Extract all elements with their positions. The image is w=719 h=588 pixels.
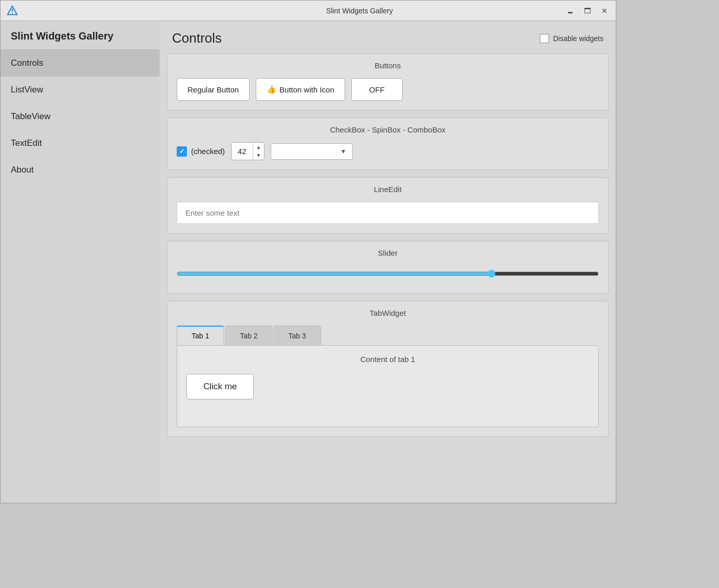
sidebar-title: Slint Widgets Gallery bbox=[1, 21, 160, 50]
disable-widgets-checkbox[interactable] bbox=[540, 34, 549, 43]
main-layout: Slint Widgets Gallery Controls ListView … bbox=[1, 21, 616, 503]
svg-point-2 bbox=[12, 12, 13, 13]
tab-button-1[interactable]: Tab 1 bbox=[177, 326, 224, 345]
sidebar-nav: Controls ListView TableView TextEdit Abo… bbox=[1, 50, 160, 183]
maximize-button[interactable]: 🗖 bbox=[582, 6, 593, 15]
slider-container bbox=[177, 265, 599, 284]
regular-button[interactable]: Regular Button bbox=[177, 78, 250, 101]
checkbox-spinbox-combobox-content: (checked) 42 ▲ ▼ ▼ bbox=[177, 142, 599, 160]
tabwidget-section-title: TabWidget bbox=[177, 309, 599, 317]
lineedit-input[interactable] bbox=[177, 202, 599, 224]
tab-widget: Tab 1 Tab 2 Tab 3 Content of tab 1 Click… bbox=[177, 326, 599, 427]
combobox[interactable]: ▼ bbox=[271, 143, 353, 160]
slider-input[interactable] bbox=[177, 270, 599, 278]
sidebar-item-about[interactable]: About bbox=[1, 157, 160, 183]
spinbox: 42 ▲ ▼ bbox=[231, 142, 265, 160]
combobox-arrow-icon: ▼ bbox=[340, 148, 347, 155]
click-me-button[interactable]: Click me bbox=[186, 374, 254, 400]
sidebar: Slint Widgets Gallery Controls ListView … bbox=[1, 21, 160, 503]
tab-button-3[interactable]: Tab 3 bbox=[274, 326, 321, 345]
spinbox-arrows: ▲ ▼ bbox=[253, 143, 264, 160]
toggle-button[interactable]: OFF bbox=[351, 78, 403, 101]
lineedit-section-title: LineEdit bbox=[177, 185, 599, 194]
checkbox[interactable] bbox=[177, 146, 187, 157]
titlebar-left bbox=[7, 5, 18, 16]
icon-button[interactable]: 👍 Button with Icon bbox=[256, 78, 345, 101]
tabwidget-section: TabWidget Tab 1 Tab 2 Tab 3 Content of t… bbox=[167, 301, 609, 437]
app-logo-icon bbox=[7, 5, 18, 16]
tab-header: Tab 1 Tab 2 Tab 3 bbox=[177, 326, 599, 345]
sidebar-item-tableview[interactable]: TableView bbox=[1, 103, 160, 130]
tab-content-title: Content of tab 1 bbox=[186, 355, 589, 364]
lineedit-section: LineEdit bbox=[167, 177, 609, 234]
checkbox-spinbox-combobox-section: CheckBox - SpinBox - ComboBox (checked) … bbox=[167, 118, 609, 170]
buttons-section-title: Buttons bbox=[177, 61, 599, 70]
page-title: Controls bbox=[172, 30, 222, 46]
checkbox-label: (checked) bbox=[191, 147, 225, 156]
slider-section: Slider bbox=[167, 241, 609, 294]
minimize-button[interactable]: 🗕 bbox=[564, 6, 576, 15]
titlebar-title: Slint Widgets Gallery bbox=[326, 7, 393, 15]
buttons-section: Buttons Regular Button 👍 Button with Ico… bbox=[167, 53, 609, 110]
sidebar-item-listview[interactable]: ListView bbox=[1, 77, 160, 103]
spinbox-value: 42 bbox=[232, 143, 253, 160]
slider-section-title: Slider bbox=[177, 249, 599, 257]
spinbox-down-button[interactable]: ▼ bbox=[253, 151, 264, 160]
sidebar-item-controls[interactable]: Controls bbox=[1, 50, 160, 77]
checkbox-spinbox-combobox-title: CheckBox - SpinBox - ComboBox bbox=[177, 125, 599, 134]
checkbox-row: (checked) bbox=[177, 146, 225, 157]
icon-button-label: Button with Icon bbox=[279, 85, 334, 94]
content-header: Controls Disable widgets bbox=[160, 21, 616, 53]
disable-widgets-label[interactable]: Disable widgets bbox=[540, 34, 603, 43]
content-area: Controls Disable widgets Buttons Regular… bbox=[160, 21, 616, 503]
titlebar: Slint Widgets Gallery 🗕 🗖 ✕ bbox=[1, 1, 616, 21]
close-button[interactable]: ✕ bbox=[599, 6, 610, 15]
tab-button-2[interactable]: Tab 2 bbox=[225, 326, 272, 345]
buttons-section-content: Regular Button 👍 Button with Icon OFF bbox=[177, 78, 599, 101]
titlebar-controls: 🗕 🗖 ✕ bbox=[564, 6, 610, 15]
disable-widgets-text: Disable widgets bbox=[553, 34, 603, 43]
thumbs-up-icon: 👍 bbox=[267, 85, 276, 94]
tab-content-area: Content of tab 1 Click me bbox=[177, 345, 599, 427]
sidebar-item-textedit[interactable]: TextEdit bbox=[1, 130, 160, 157]
spinbox-up-button[interactable]: ▲ bbox=[253, 143, 264, 151]
